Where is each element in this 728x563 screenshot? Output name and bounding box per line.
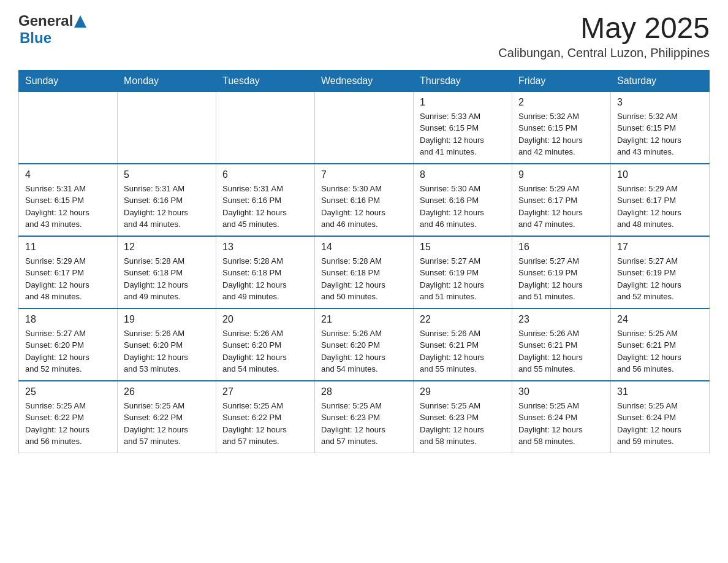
day-info: Sunrise: 5:25 AMSunset: 6:24 PMDaylight:… — [518, 400, 604, 448]
day-number: 21 — [321, 314, 407, 325]
day-info: Sunrise: 5:25 AMSunset: 6:22 PMDaylight:… — [25, 400, 111, 448]
calendar-cell: 1Sunrise: 5:33 AMSunset: 6:15 PMDaylight… — [414, 91, 512, 164]
day-info: Sunrise: 5:31 AMSunset: 6:15 PMDaylight:… — [25, 183, 111, 231]
day-number: 24 — [617, 314, 703, 325]
day-number: 2 — [518, 97, 604, 108]
header-wednesday: Wednesday — [315, 70, 414, 91]
day-number: 29 — [420, 386, 506, 397]
day-info: Sunrise: 5:27 AMSunset: 6:19 PMDaylight:… — [420, 255, 506, 303]
calendar-cell — [118, 91, 216, 164]
day-number: 18 — [25, 314, 111, 325]
logo-blue-text-2: Blue — [20, 29, 51, 47]
day-info: Sunrise: 5:26 AMSunset: 6:21 PMDaylight:… — [420, 327, 506, 375]
calendar-cell: 17Sunrise: 5:27 AMSunset: 6:19 PMDayligh… — [611, 236, 710, 308]
day-info: Sunrise: 5:26 AMSunset: 6:20 PMDaylight:… — [222, 327, 308, 375]
calendar-cell: 15Sunrise: 5:27 AMSunset: 6:19 PMDayligh… — [414, 236, 512, 308]
day-number: 16 — [518, 242, 604, 253]
day-number: 10 — [617, 169, 703, 180]
day-number: 5 — [124, 169, 210, 180]
day-info: Sunrise: 5:29 AMSunset: 6:17 PMDaylight:… — [518, 183, 604, 231]
day-info: Sunrise: 5:28 AMSunset: 6:18 PMDaylight:… — [321, 255, 407, 303]
day-info: Sunrise: 5:33 AMSunset: 6:15 PMDaylight:… — [420, 110, 506, 158]
day-number: 28 — [321, 386, 407, 397]
day-number: 13 — [222, 242, 308, 253]
calendar-cell: 7Sunrise: 5:30 AMSunset: 6:16 PMDaylight… — [315, 164, 414, 236]
day-info: Sunrise: 5:25 AMSunset: 6:21 PMDaylight:… — [617, 327, 703, 375]
logo-general-text: General — [18, 12, 73, 29]
day-number: 19 — [124, 314, 210, 325]
day-number: 17 — [617, 242, 703, 253]
header-sunday: Sunday — [19, 70, 118, 91]
header-friday: Friday — [512, 70, 611, 91]
day-info: Sunrise: 5:25 AMSunset: 6:23 PMDaylight:… — [321, 400, 407, 448]
logo: General Blue — [18, 12, 86, 47]
calendar-week-row: 25Sunrise: 5:25 AMSunset: 6:22 PMDayligh… — [19, 381, 710, 453]
calendar-cell: 11Sunrise: 5:29 AMSunset: 6:17 PMDayligh… — [19, 236, 118, 308]
calendar-cell: 14Sunrise: 5:28 AMSunset: 6:18 PMDayligh… — [315, 236, 414, 308]
calendar-cell: 10Sunrise: 5:29 AMSunset: 6:17 PMDayligh… — [611, 164, 710, 236]
calendar-week-row: 18Sunrise: 5:27 AMSunset: 6:20 PMDayligh… — [19, 308, 710, 381]
day-info: Sunrise: 5:25 AMSunset: 6:22 PMDaylight:… — [124, 400, 210, 448]
day-info: Sunrise: 5:27 AMSunset: 6:19 PMDaylight:… — [617, 255, 703, 303]
calendar-cell: 6Sunrise: 5:31 AMSunset: 6:16 PMDaylight… — [216, 164, 315, 236]
calendar-week-row: 1Sunrise: 5:33 AMSunset: 6:15 PMDaylight… — [19, 91, 710, 164]
logo-general-line: General — [18, 12, 86, 29]
day-number: 6 — [222, 169, 308, 180]
calendar-cell: 29Sunrise: 5:25 AMSunset: 6:23 PMDayligh… — [414, 381, 512, 453]
calendar-table: SundayMondayTuesdayWednesdayThursdayFrid… — [18, 70, 710, 453]
calendar-cell: 19Sunrise: 5:26 AMSunset: 6:20 PMDayligh… — [118, 308, 216, 381]
day-info: Sunrise: 5:26 AMSunset: 6:21 PMDaylight:… — [518, 327, 604, 375]
day-number: 31 — [617, 386, 703, 397]
day-number: 12 — [124, 242, 210, 253]
day-info: Sunrise: 5:27 AMSunset: 6:19 PMDaylight:… — [518, 255, 604, 303]
header-monday: Monday — [118, 70, 216, 91]
day-info: Sunrise: 5:26 AMSunset: 6:20 PMDaylight:… — [321, 327, 407, 375]
page-header: General Blue May 2025 Calibungan, Centra… — [18, 12, 710, 60]
day-info: Sunrise: 5:25 AMSunset: 6:24 PMDaylight:… — [617, 400, 703, 448]
day-info: Sunrise: 5:32 AMSunset: 6:15 PMDaylight:… — [617, 110, 703, 158]
header-tuesday: Tuesday — [216, 70, 315, 91]
calendar-cell: 24Sunrise: 5:25 AMSunset: 6:21 PMDayligh… — [611, 308, 710, 381]
calendar-cell: 16Sunrise: 5:27 AMSunset: 6:19 PMDayligh… — [512, 236, 611, 308]
calendar-cell: 22Sunrise: 5:26 AMSunset: 6:21 PMDayligh… — [414, 308, 512, 381]
header-saturday: Saturday — [611, 70, 710, 91]
day-info: Sunrise: 5:26 AMSunset: 6:20 PMDaylight:… — [124, 327, 210, 375]
calendar-cell: 30Sunrise: 5:25 AMSunset: 6:24 PMDayligh… — [512, 381, 611, 453]
calendar-cell: 31Sunrise: 5:25 AMSunset: 6:24 PMDayligh… — [611, 381, 710, 453]
day-number: 20 — [222, 314, 308, 325]
calendar-cell: 27Sunrise: 5:25 AMSunset: 6:22 PMDayligh… — [216, 381, 315, 453]
day-number: 26 — [124, 386, 210, 397]
day-number: 4 — [25, 169, 111, 180]
calendar-cell: 23Sunrise: 5:26 AMSunset: 6:21 PMDayligh… — [512, 308, 611, 381]
day-info: Sunrise: 5:31 AMSunset: 6:16 PMDaylight:… — [124, 183, 210, 231]
day-info: Sunrise: 5:30 AMSunset: 6:16 PMDaylight:… — [420, 183, 506, 231]
calendar-cell: 13Sunrise: 5:28 AMSunset: 6:18 PMDayligh… — [216, 236, 315, 308]
calendar-cell: 25Sunrise: 5:25 AMSunset: 6:22 PMDayligh… — [19, 381, 118, 453]
calendar-cell — [315, 91, 414, 164]
calendar-cell — [19, 91, 118, 164]
calendar-cell: 8Sunrise: 5:30 AMSunset: 6:16 PMDaylight… — [414, 164, 512, 236]
day-number: 14 — [321, 242, 407, 253]
day-info: Sunrise: 5:30 AMSunset: 6:16 PMDaylight:… — [321, 183, 407, 231]
calendar-cell: 21Sunrise: 5:26 AMSunset: 6:20 PMDayligh… — [315, 308, 414, 381]
calendar-week-row: 4Sunrise: 5:31 AMSunset: 6:15 PMDaylight… — [19, 164, 710, 236]
calendar-cell: 26Sunrise: 5:25 AMSunset: 6:22 PMDayligh… — [118, 381, 216, 453]
logo-arrow-icon — [74, 15, 86, 28]
day-number: 11 — [25, 242, 111, 253]
header-thursday: Thursday — [414, 70, 512, 91]
day-number: 30 — [518, 386, 604, 397]
calendar-cell: 18Sunrise: 5:27 AMSunset: 6:20 PMDayligh… — [19, 308, 118, 381]
day-number: 27 — [222, 386, 308, 397]
calendar-cell — [216, 91, 315, 164]
day-info: Sunrise: 5:25 AMSunset: 6:22 PMDaylight:… — [222, 400, 308, 448]
day-number: 1 — [420, 97, 506, 108]
day-number: 15 — [420, 242, 506, 253]
calendar-cell: 20Sunrise: 5:26 AMSunset: 6:20 PMDayligh… — [216, 308, 315, 381]
day-number: 22 — [420, 314, 506, 325]
day-info: Sunrise: 5:25 AMSunset: 6:23 PMDaylight:… — [420, 400, 506, 448]
day-number: 3 — [617, 97, 703, 108]
day-info: Sunrise: 5:31 AMSunset: 6:16 PMDaylight:… — [222, 183, 308, 231]
calendar-cell: 9Sunrise: 5:29 AMSunset: 6:17 PMDaylight… — [512, 164, 611, 236]
day-info: Sunrise: 5:29 AMSunset: 6:17 PMDaylight:… — [617, 183, 703, 231]
day-info: Sunrise: 5:27 AMSunset: 6:20 PMDaylight:… — [25, 327, 111, 375]
